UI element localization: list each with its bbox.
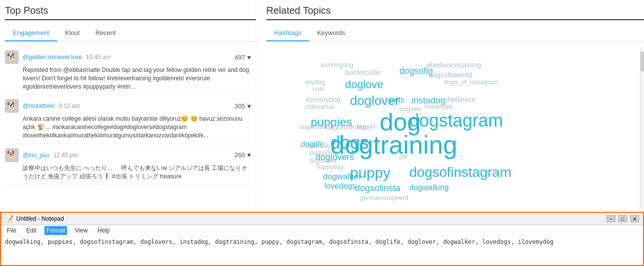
- post-time: 10:45 am: [86, 54, 110, 61]
- post-meta: 🐕 @muratheki 9:12 am: [5, 99, 80, 113]
- word-cloud-word[interactable]: lovedogs: [324, 182, 356, 191]
- title-underline: [5, 19, 256, 20]
- tab-keywords[interactable]: Keywords: [309, 25, 353, 41]
- post-header: 🐕 @inu_yuu 12:45 pm 260 ♥: [5, 148, 251, 162]
- menu-view[interactable]: View: [73, 226, 90, 235]
- word-cloud-word[interactable]: mydog: [306, 78, 325, 86]
- word-cloud-word[interactable]: dogwalking: [409, 183, 449, 192]
- heart-icon: ♥: [247, 102, 251, 110]
- post-content: Ankara canine college ailesi olarak mutl…: [23, 115, 251, 139]
- post-header: 🐕 @muratheki 9:12 am 305 ♥: [5, 99, 251, 113]
- menu-edit[interactable]: Edit: [24, 226, 38, 235]
- post-meta: 🐕 @golden.retriever.love 10:45 am: [5, 50, 110, 64]
- notepad-title: Untitled - Notepad: [16, 215, 64, 222]
- top-posts-panel: Top Posts Engagement Klout Recent 🐕 @gol…: [0, 0, 256, 212]
- tab-recent[interactable]: Recent: [87, 25, 123, 41]
- word-cloud-word[interactable]: pet: [399, 153, 408, 160]
- menu-help[interactable]: Help: [96, 226, 112, 235]
- post-username[interactable]: @inu_yuu: [23, 152, 49, 159]
- related-topics-title: Related Topics: [266, 5, 644, 16]
- notepad-menubar: File Edit Format View Help: [1, 225, 643, 236]
- word-cloud-word[interactable]: dogsoftaworld: [429, 71, 472, 79]
- word-cloud-word[interactable]: instadaily: [306, 142, 330, 149]
- tab-hashtags[interactable]: Hashtags: [266, 25, 309, 41]
- word-cloud-word[interactable]: dogoftheday: [325, 123, 366, 131]
- post-content: Reposted from @ebbasmatte Double tap and…: [23, 66, 251, 91]
- top-posts-title: Top Posts: [5, 5, 256, 16]
- notepad-content[interactable]: dogwalking, puppies, dogsofinstagram, do…: [1, 236, 643, 247]
- heart-icon: ♥: [247, 54, 251, 61]
- word-cloud-word[interactable]: instapuppy: [424, 103, 453, 110]
- heart-icon: ♥: [247, 151, 251, 159]
- window-controls: ─ □ ✕: [607, 215, 639, 222]
- word-cloud-word[interactable]: dogslife: [399, 105, 422, 113]
- word-cloud-word[interactable]: puppylove: [310, 149, 339, 156]
- word-cloud-word[interactable]: ilovemydog: [306, 96, 341, 103]
- post-time: 9:12 am: [59, 102, 80, 109]
- notepad-title-left: 📝 Untitled - Notepad: [5, 215, 64, 223]
- post-username[interactable]: @muratheki: [23, 102, 55, 109]
- word-cloud-word[interactable]: obediencetraining: [427, 61, 481, 69]
- menu-file[interactable]: File: [5, 226, 18, 235]
- post-content: 診察中はいつも先生に べったり... 呼んでも来ないw ジアルジアは長 工場にな…: [23, 164, 251, 181]
- word-cloud-word[interactable]: dogmodel: [300, 124, 326, 131]
- close-button[interactable]: ✕: [630, 215, 639, 222]
- post-meta: 🐕 @inu_yuu 12:45 pm: [5, 148, 78, 162]
- top-posts-tabs: Engagement Klout Recent: [5, 25, 256, 41]
- post-engagement: 497 ♥: [235, 54, 251, 61]
- title-underline: [266, 19, 644, 20]
- word-cloud-word[interactable]: workingdog: [321, 61, 354, 68]
- word-cloud-word[interactable]: dogstagram: [409, 110, 503, 131]
- notepad-icon: 📝: [5, 215, 13, 223]
- word-cloud-word[interactable]: cute: [313, 86, 324, 93]
- related-topics-tabs: Hashtags Keywords: [266, 25, 644, 41]
- post-engagement: 260 ♥: [235, 151, 251, 159]
- word-cloud-word[interactable]: bordercollie: [345, 68, 381, 76]
- post-item: 🐕 @golden.retriever.love 10:45 am 497 ♥ …: [5, 46, 251, 95]
- post-item: 🐕 @inu_yuu 12:45 pm 260 ♥ 診察中はいつも先生に べった…: [5, 144, 251, 185]
- tab-engagement[interactable]: Engagement: [5, 25, 57, 41]
- related-topics-panel: Related Topics Hashtags Keywords dogtrai…: [256, 0, 644, 212]
- notepad-titlebar: 📝 Untitled - Notepad ─ □ ✕: [1, 213, 643, 225]
- word-cloud-word[interactable]: dogs_of_instagram: [444, 78, 499, 86]
- post-engagement: 305 ♥: [235, 102, 251, 110]
- menu-format[interactable]: Format: [44, 226, 67, 235]
- avatar: 🐕: [5, 50, 19, 64]
- minimize-button[interactable]: ─: [607, 215, 615, 222]
- post-item: 🐕 @muratheki 9:12 am 305 ♥ Ankara canine…: [5, 95, 251, 144]
- avatar: 🐕: [5, 99, 19, 113]
- word-cloud-word[interactable]: germanshepherd: [360, 194, 408, 201]
- post-header: 🐕 @golden.retriever.love 10:45 am 497 ♥: [5, 50, 251, 64]
- word-cloud-word[interactable]: obedience: [444, 96, 476, 103]
- word-cloud-word[interactable]: chihuahua: [305, 103, 334, 110]
- word-cloud-word[interactable]: dogwalker: [323, 172, 361, 182]
- notepad-window: 📝 Untitled - Notepad ─ □ ✕ File Edit For…: [0, 212, 644, 266]
- word-cloud-word[interactable]: doglove: [345, 78, 383, 91]
- word-cloud-word[interactable]: dogsofinsta: [355, 183, 400, 194]
- maximize-button[interactable]: □: [618, 215, 627, 222]
- word-cloud-word[interactable]: happydog: [317, 164, 343, 170]
- tab-klout[interactable]: Klout: [57, 25, 88, 41]
- post-time: 12:45 pm: [53, 152, 78, 159]
- posts-container: 🐕 @golden.retriever.love 10:45 am 497 ♥ …: [5, 46, 256, 209]
- word-cloud-word[interactable]: dogsofinstagram: [409, 165, 511, 180]
- word-cloud: dogtrainingdogstagramdogdogspuppydogsofi…: [266, 46, 644, 214]
- post-username[interactable]: @golden.retriever.love: [23, 54, 82, 61]
- avatar: 🐕: [5, 148, 19, 162]
- word-cloud-word[interactable]: pets: [390, 96, 404, 104]
